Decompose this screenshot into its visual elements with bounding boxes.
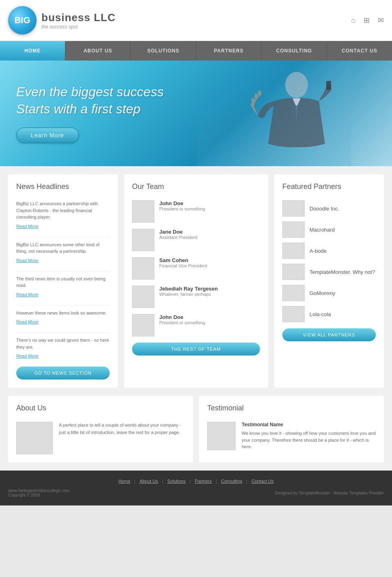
team-photo-2 — [132, 229, 154, 251]
team-role-1: President or something — [159, 206, 205, 211]
team-role-4: Whatever, farmer perhaps — [159, 292, 218, 297]
footer-nav: Home | About Us | Solutions | Partners |… — [8, 479, 384, 484]
team-name-1: John Doe — [159, 200, 205, 206]
partner-item-4: TemplateMonster. Why not? — [282, 264, 376, 280]
nav-contact[interactable]: CONTACT US — [327, 41, 392, 61]
footer: Home | About Us | Solutions | Partners |… — [0, 471, 392, 505]
mail-icon[interactable]: ✉ — [378, 16, 384, 25]
footer-link-solutions[interactable]: Solutions — [167, 479, 186, 484]
hero-content: Even the biggest success Starts with a f… — [0, 72, 180, 155]
team-info-2: Jane Doe Assistant President — [159, 229, 197, 240]
partner-logo-4 — [282, 264, 305, 280]
partners-panel: Featured Partners Dooodle Inc. Macrohard… — [274, 174, 384, 388]
partner-item-3: A-bode — [282, 243, 376, 259]
news-text-3: The third news item is usually not even … — [16, 275, 110, 289]
team-panel: Our Team John Doe President or something… — [124, 174, 268, 388]
rest-of-team-button[interactable]: THE REST OF TEAM — [132, 343, 260, 356]
partner-item-5: GoMommy — [282, 285, 376, 301]
partner-logo-6 — [282, 306, 305, 322]
team-role-5: President or something — [159, 320, 205, 325]
footer-link-partners[interactable]: Partners — [195, 479, 212, 484]
team-role-3: Financial Vice President — [159, 263, 207, 268]
team-info-4: Jebediah Ray Tergesen Whatever, farmer p… — [159, 286, 218, 297]
team-member-4: Jebediah Ray Tergesen Whatever, farmer p… — [132, 286, 260, 308]
team-title: Our Team — [132, 182, 260, 194]
partner-logo-5 — [282, 285, 305, 301]
partner-item-6: Lola-cola — [282, 306, 376, 322]
nav-solutions[interactable]: SOLUTIONS — [131, 41, 196, 61]
partner-name-6: Lola-cola — [310, 311, 331, 317]
team-photo-1 — [132, 200, 154, 223]
nav-partners[interactable]: PARTNERS — [196, 41, 262, 61]
footer-link-consulting[interactable]: Consulting — [221, 479, 242, 484]
logo-circle: BIG — [8, 6, 37, 35]
about-title: About Us — [16, 404, 185, 416]
news-text-5: There's no way we could ignore them - so… — [16, 337, 110, 350]
about-inner: A perfect place to tell a couple of word… — [16, 422, 185, 454]
news-panel: News Headlines BigBiz LLC announces a pa… — [8, 174, 118, 388]
read-more-2[interactable]: Read More — [16, 258, 38, 263]
nav-about[interactable]: ABOUT US — [65, 41, 131, 61]
about-photo — [16, 422, 53, 454]
partner-name-3: A-bode — [310, 248, 327, 254]
svg-point-0 — [285, 72, 308, 98]
team-photo-3 — [132, 257, 154, 280]
read-more-4[interactable]: Read More — [16, 319, 38, 324]
hero-person-image — [197, 61, 351, 166]
read-more-5[interactable]: Read More — [16, 354, 38, 358]
testimonial-photo — [207, 422, 236, 450]
news-item-2: BigBiz LLC announces some other kind of … — [16, 241, 110, 264]
team-info-1: John Doe President or something — [159, 200, 205, 211]
news-item-4: However these news items look so awesome… — [16, 310, 110, 325]
footer-sep-2: | — [162, 479, 163, 484]
news-text-1: BigBiz LLC announces a partnership with … — [16, 200, 110, 221]
footer-link-about[interactable]: About Us — [140, 479, 158, 484]
grid-icon[interactable]: ⊞ — [364, 16, 370, 25]
hero-title: Even the biggest success Starts with a f… — [16, 84, 164, 117]
footer-sep-1: | — [134, 479, 136, 484]
footer-link-home[interactable]: Home — [118, 479, 130, 484]
team-member-3: Sam Cohen Financial Vice President — [132, 257, 260, 280]
header: BIG business LLC the success spot ⌂ ⊞ ✉ — [0, 0, 392, 41]
team-role-2: Assistant President — [159, 235, 197, 240]
read-more-1[interactable]: Read More — [16, 224, 38, 229]
footer-credit: Designed by TemplateMonster - Website Te… — [275, 491, 384, 495]
testimonial-title: Testimonial — [207, 404, 376, 416]
team-member-2: Jane Doe Assistant President — [132, 229, 260, 251]
team-info-3: Sam Cohen Financial Vice President — [159, 257, 207, 268]
team-photo-5 — [132, 314, 154, 336]
svg-rect-1 — [326, 81, 331, 90]
partner-logo-1 — [282, 200, 305, 217]
nav-consulting[interactable]: CONSULTING — [262, 41, 327, 61]
about-text: A perfect place to tell a couple of word… — [59, 422, 185, 454]
team-name-5: John Doe — [159, 314, 205, 320]
logo-text: BIG — [14, 15, 30, 26]
read-more-3[interactable]: Read More — [16, 292, 38, 297]
partner-name-2: Macrohard — [310, 227, 335, 233]
footer-copyright: www.heritagechristiancollege.comCopyrigh… — [8, 488, 69, 497]
main-content: News Headlines BigBiz LLC announces a pa… — [0, 166, 392, 396]
team-member-1: John Doe President or something — [132, 200, 260, 223]
hero-banner: Even the biggest success Starts with a f… — [0, 61, 392, 166]
home-icon[interactable]: ⌂ — [351, 16, 355, 25]
hero-title-line1: Even the biggest success — [16, 84, 164, 101]
news-item-3: The third news item is usually not even … — [16, 275, 110, 298]
team-info-5: John Doe President or something — [159, 314, 205, 325]
team-photo-4 — [132, 286, 154, 308]
go-to-news-button[interactable]: GO TO NEWS SECTION — [16, 367, 110, 380]
footer-link-contact[interactable]: Contact Us — [251, 479, 273, 484]
nav-home[interactable]: HOME — [0, 41, 65, 61]
partner-logo-3 — [282, 243, 305, 259]
footer-sep-4: | — [216, 479, 217, 484]
footer-sep-3: | — [190, 479, 191, 484]
footer-bottom: www.heritagechristiancollege.comCopyrigh… — [8, 488, 384, 497]
partners-title: Featured Partners — [282, 182, 376, 194]
news-text-4: However these news items look so awesome… — [16, 310, 110, 317]
hero-learn-more-button[interactable]: Learn More — [16, 128, 79, 143]
testimonial-panel: Testimonial Testimonial Name We know you… — [199, 396, 384, 462]
partner-item-1: Dooodle Inc. — [282, 200, 376, 217]
testimonial-name: Testimonial Name — [242, 422, 376, 427]
partner-item-2: Macrohard — [282, 221, 376, 238]
view-all-partners-button[interactable]: VIEW ALL PARTNERS — [282, 328, 376, 341]
team-member-5: John Doe President or something — [132, 314, 260, 336]
